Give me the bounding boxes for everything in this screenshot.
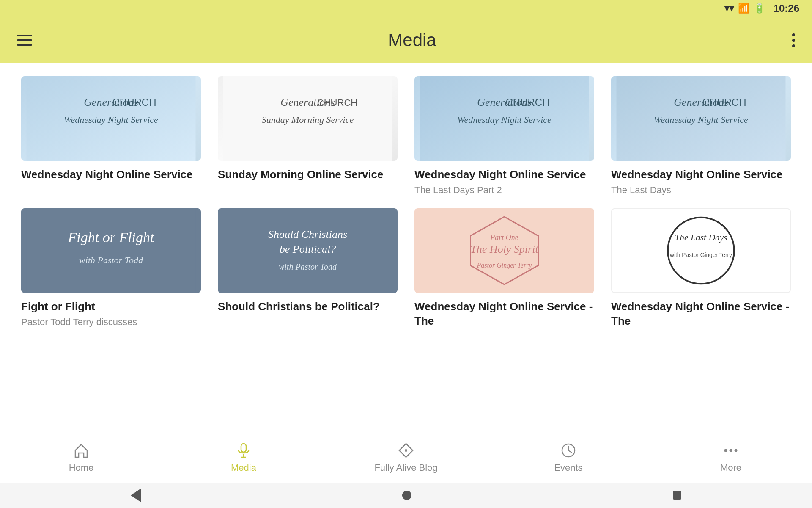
system-nav-bar bbox=[0, 483, 812, 508]
svg-text:Sunday Morning Service: Sunday Morning Service bbox=[262, 114, 354, 125]
svg-point-35 bbox=[405, 449, 407, 452]
svg-text:CHURCH: CHURCH bbox=[702, 97, 746, 108]
status-icons: ▾▾ 📶 🔋 10:26 bbox=[724, 3, 799, 14]
card-subtitle-4: The Last Days bbox=[611, 185, 791, 196]
menu-icon bbox=[17, 44, 32, 46]
nav-item-media[interactable]: Media bbox=[212, 442, 275, 473]
card-thumbnail-svg-5: Fight or Flight with Pastor Todd bbox=[21, 208, 201, 293]
card-title-4: Wednesday Night Online Service bbox=[611, 168, 791, 182]
svg-text:with Pastor Ginger Terry: with Pastor Ginger Terry bbox=[669, 251, 732, 258]
nav-label-more: More bbox=[720, 462, 741, 473]
svg-rect-16 bbox=[27, 208, 196, 293]
status-time: 10:26 bbox=[774, 3, 799, 14]
bottom-navigation: Home Media Fully Alive Blog Events bbox=[0, 432, 812, 483]
svg-rect-28 bbox=[618, 209, 784, 292]
status-bar: ▾▾ 📶 🔋 10:26 bbox=[0, 0, 812, 17]
card-title-2: Sunday Morning Online Service bbox=[218, 168, 398, 182]
media-card-2[interactable]: Generations CHURCH Sunday Morning Servic… bbox=[218, 76, 398, 196]
svg-text:CHURCH: CHURCH bbox=[317, 97, 357, 108]
svg-text:The Last Days: The Last Days bbox=[675, 232, 727, 242]
nav-item-home[interactable]: Home bbox=[49, 442, 113, 473]
dots-icon bbox=[722, 442, 739, 459]
nav-item-events[interactable]: Events bbox=[537, 442, 600, 473]
media-card-5[interactable]: Fight or Flight with Pastor Todd Fight o… bbox=[21, 208, 201, 331]
card-title-8: Wednesday Night Online Service - The bbox=[611, 300, 791, 329]
main-content: Generations CHURCH Wednesday Night Servi… bbox=[0, 64, 812, 432]
svg-text:The Holy Spirit: The Holy Spirit bbox=[470, 243, 538, 255]
card-thumbnail-3: Generations CHURCH Wednesday Night Servi… bbox=[414, 76, 594, 161]
card-title-1: Wednesday Night Online Service bbox=[21, 168, 201, 182]
media-card-7[interactable]: Part One The Holy Spirit Pastor Ginger T… bbox=[414, 208, 594, 331]
back-arrow-icon bbox=[131, 489, 141, 502]
media-card-4[interactable]: Generations CHURCH Wednesday Night Servi… bbox=[611, 76, 791, 196]
svg-text:be Political?: be Political? bbox=[280, 243, 336, 255]
card-thumbnail-svg-1: Generations CHURCH Wednesday Night Servi… bbox=[21, 76, 201, 161]
card-thumbnail-5: Fight or Flight with Pastor Todd bbox=[21, 208, 201, 293]
page-title: Media bbox=[388, 30, 436, 50]
svg-point-39 bbox=[724, 449, 727, 452]
card-thumbnail-7: Part One The Holy Spirit Pastor Ginger T… bbox=[414, 208, 594, 293]
svg-point-40 bbox=[730, 449, 732, 452]
wifi-icon: ▾▾ bbox=[724, 3, 734, 14]
pen-icon bbox=[398, 442, 414, 459]
svg-text:Fight or Flight: Fight or Flight bbox=[68, 229, 155, 245]
svg-text:CHURCH: CHURCH bbox=[506, 97, 550, 108]
svg-text:Wednesday Night Service: Wednesday Night Service bbox=[654, 114, 748, 125]
card-thumbnail-svg-4: Generations CHURCH Wednesday Night Servi… bbox=[611, 76, 791, 161]
media-card-3[interactable]: Generations CHURCH Wednesday Night Servi… bbox=[414, 76, 594, 196]
card-thumbnail-svg-2: Generations CHURCH Sunday Morning Servic… bbox=[218, 76, 398, 161]
more-vertical-icon bbox=[792, 33, 795, 36]
home-circle-icon bbox=[402, 491, 411, 500]
card-thumbnail-1: Generations CHURCH Wednesday Night Servi… bbox=[21, 76, 201, 161]
svg-text:CHURCH: CHURCH bbox=[112, 97, 156, 108]
svg-text:with Pastor Todd: with Pastor Todd bbox=[279, 262, 337, 271]
svg-text:Wednesday Night Service: Wednesday Night Service bbox=[64, 114, 158, 125]
mic-icon bbox=[235, 442, 252, 459]
svg-rect-32 bbox=[241, 444, 246, 452]
svg-text:Pastor Ginger Terry: Pastor Ginger Terry bbox=[476, 262, 532, 269]
svg-text:Part One: Part One bbox=[490, 233, 518, 242]
nav-label-blog: Fully Alive Blog bbox=[374, 462, 437, 473]
app-bar: Media bbox=[0, 17, 812, 64]
recents-button[interactable] bbox=[673, 491, 681, 500]
card-title-3: Wednesday Night Online Service bbox=[414, 168, 594, 182]
menu-button[interactable] bbox=[17, 35, 32, 46]
card-title-6: Should Christians be Political? bbox=[218, 300, 398, 314]
card-thumbnail-4: Generations CHURCH Wednesday Night Servi… bbox=[611, 76, 791, 161]
card-thumbnail-svg-3: Generations CHURCH Wednesday Night Servi… bbox=[414, 76, 594, 161]
more-vertical-icon bbox=[792, 39, 795, 42]
svg-text:Should Christians: Should Christians bbox=[268, 228, 347, 240]
svg-line-38 bbox=[568, 450, 572, 453]
nav-label-media: Media bbox=[231, 462, 256, 473]
recents-square-icon bbox=[673, 491, 681, 500]
card-thumbnail-svg-7: Part One The Holy Spirit Pastor Ginger T… bbox=[414, 208, 594, 293]
media-card-8[interactable]: The Last Days with Pastor Ginger Terry W… bbox=[611, 208, 791, 331]
card-subtitle-3: The Last Days Part 2 bbox=[414, 185, 594, 196]
home-button[interactable] bbox=[402, 491, 411, 500]
card-subtitle-5: Pastor Todd Terry discusses bbox=[21, 317, 201, 328]
media-grid: Generations CHURCH Wednesday Night Servi… bbox=[21, 76, 791, 331]
media-card-1[interactable]: Generations CHURCH Wednesday Night Servi… bbox=[21, 76, 201, 196]
back-button[interactable] bbox=[131, 489, 141, 502]
card-thumbnail-2: Generations CHURCH Sunday Morning Servic… bbox=[218, 76, 398, 161]
battery-icon: 🔋 bbox=[754, 3, 765, 14]
nav-label-events: Events bbox=[554, 462, 582, 473]
nav-item-more[interactable]: More bbox=[699, 442, 763, 473]
media-card-6[interactable]: Should Christians be Political? with Pas… bbox=[218, 208, 398, 331]
clock-icon bbox=[560, 442, 577, 459]
card-thumbnail-svg-6: Should Christians be Political? with Pas… bbox=[218, 208, 398, 293]
card-title-7: Wednesday Night Online Service - The bbox=[414, 300, 594, 329]
svg-text:Wednesday Night Service: Wednesday Night Service bbox=[457, 114, 551, 125]
more-vertical-icon bbox=[792, 44, 795, 47]
svg-text:with Pastor Todd: with Pastor Todd bbox=[79, 255, 143, 265]
card-thumbnail-6: Should Christians be Political? with Pas… bbox=[218, 208, 398, 293]
menu-icon bbox=[17, 39, 32, 41]
menu-icon bbox=[17, 35, 32, 36]
card-thumbnail-8: The Last Days with Pastor Ginger Terry bbox=[611, 208, 791, 293]
signal-icon: 📶 bbox=[738, 3, 749, 14]
nav-label-home: Home bbox=[69, 462, 94, 473]
more-options-button[interactable] bbox=[792, 33, 795, 47]
card-thumbnail-svg-8: The Last Days with Pastor Ginger Terry bbox=[612, 209, 790, 292]
nav-item-blog[interactable]: Fully Alive Blog bbox=[374, 442, 438, 473]
home-icon bbox=[73, 442, 90, 459]
